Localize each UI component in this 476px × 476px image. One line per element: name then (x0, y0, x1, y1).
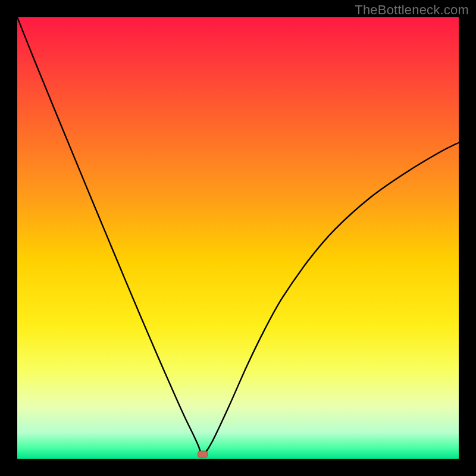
plot-area (17, 17, 459, 459)
gradient-background (17, 17, 459, 459)
min-marker (198, 451, 208, 458)
watermark-text: TheBottleneck.com (355, 2, 469, 18)
chart-frame: TheBottleneck.com (0, 0, 476, 476)
bottleneck-chart (17, 17, 459, 459)
